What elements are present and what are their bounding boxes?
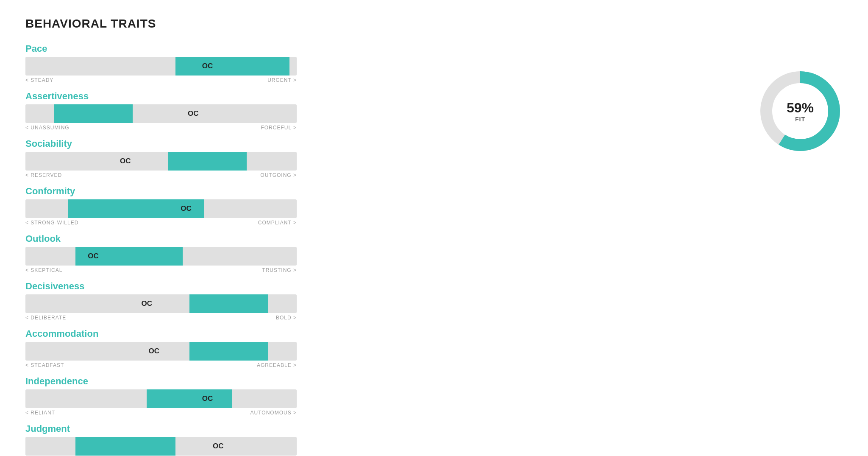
seg-teal-s1 [168, 152, 247, 171]
right-label-sociability: OUTGOING > [260, 172, 297, 178]
seg-gray-d2 [175, 294, 190, 313]
left-label-pace: < STEADY [25, 77, 53, 83]
left-label-independence: < RELIANT [25, 410, 55, 416]
seg-gray-s2 [154, 152, 168, 171]
trait-name-judgment: Judgment [25, 423, 732, 434]
bar-pace: OC [25, 57, 297, 76]
bar-sociability: OC [25, 152, 297, 171]
bar-labels-conformity: < STRONG-WILLED COMPLIANT > [25, 220, 297, 226]
seg-oc-sociability: OC [97, 152, 154, 171]
right-label-assertiveness: FORCEFUL > [261, 125, 297, 131]
trait-row-sociability: Sociability OC < RESERVED OUTGOING > [25, 138, 732, 178]
seg-gray-o1 [25, 247, 75, 266]
trait-row-pace: Pace OC < STEADY URGENT > [25, 43, 732, 83]
seg-oc-conformity: OC [168, 199, 204, 218]
seg-gray-i1 [25, 389, 147, 408]
seg-gray-j2 [175, 437, 190, 456]
bar-labels-pace: < STEADY URGENT > [25, 77, 297, 83]
bar-labels-outlook: < SKEPTICAL TRUSTING > [25, 267, 297, 273]
left-label-sociability: < RESERVED [25, 172, 62, 178]
seg-oc-independence: OC [183, 389, 233, 408]
seg-gray-end-pace [289, 57, 297, 76]
bar-accommodation: OC [25, 342, 297, 361]
seg-gray-i2 [232, 389, 297, 408]
left-label-outlook: < SKEPTICAL [25, 267, 62, 273]
left-label-assertiveness: < UNASSUMING [25, 125, 70, 131]
bar-assertiveness: OC [25, 104, 297, 123]
bar-labels-decisiveness: < DELIBERATE BOLD > [25, 315, 297, 321]
seg-teal-a1 [54, 104, 132, 123]
donut-chart: 59% FIT [758, 69, 843, 154]
trait-row-assertiveness: Assertiveness OC < UNASSUMING FORCEFUL > [25, 91, 732, 131]
seg-oc-assertiveness: OC [154, 104, 232, 123]
bar-labels-independence: < RELIANT AUTONOMOUS > [25, 410, 297, 416]
trait-name-conformity: Conformity [25, 186, 732, 197]
traits-section: Pace OC < STEADY URGENT > Assertiveness … [25, 43, 732, 456]
trait-name-assertiveness: Assertiveness [25, 91, 732, 102]
seg-teal-i1 [147, 389, 182, 408]
donut-center: 59% FIT [787, 100, 814, 123]
bar-independence: OC [25, 389, 297, 408]
seg-gray-s3 [247, 152, 297, 171]
seg-gray-j3 [247, 437, 297, 456]
seg-gray-j1 [25, 437, 75, 456]
bar-labels-sociability: < RESERVED OUTGOING > [25, 172, 297, 178]
trait-name-outlook: Outlook [25, 233, 732, 244]
right-label-outlook: TRUSTING > [262, 267, 297, 273]
seg-gray-o2 [183, 247, 297, 266]
seg-teal-ac1 [189, 342, 268, 361]
trait-row-accommodation: Accommodation OC < STEADFAST AGREEABLE > [25, 328, 732, 368]
seg-gray-c2 [204, 199, 297, 218]
bar-conformity: OC [25, 199, 297, 218]
trait-name-sociability: Sociability [25, 138, 732, 149]
right-label-conformity: COMPLIANT > [258, 220, 297, 226]
trait-name-decisiveness: Decisiveness [25, 281, 732, 292]
donut-label: FIT [787, 116, 814, 123]
right-label-independence: AUTONOMOUS > [250, 410, 297, 416]
bar-labels-assertiveness: < UNASSUMING FORCEFUL > [25, 125, 297, 131]
seg-oc-judgment: OC [189, 437, 247, 456]
left-label-decisiveness: < DELIBERATE [25, 315, 66, 321]
bar-decisiveness: OC [25, 294, 297, 313]
seg-gray-d3 [268, 294, 297, 313]
trait-row-conformity: Conformity OC < STRONG-WILLED COMPLIANT … [25, 186, 732, 226]
trait-name-independence: Independence [25, 376, 732, 387]
trait-name-pace: Pace [25, 43, 732, 54]
right-label-pace: URGENT > [267, 77, 297, 83]
seg-teal-o1 [111, 247, 182, 266]
seg-teal-j1 [75, 437, 175, 456]
trait-row-independence: Independence OC < RELIANT AUTONOMOUS > [25, 376, 732, 416]
seg-oc-decisiveness: OC [118, 294, 175, 313]
left-label-accommodation: < STEADFAST [25, 362, 64, 368]
right-label-decisiveness: BOLD > [276, 315, 297, 321]
bar-outlook: OC [25, 247, 297, 266]
right-label-accommodation: AGREEABLE > [257, 362, 297, 368]
seg-gray-d1 [25, 294, 118, 313]
seg-oc-accommodation: OC [125, 342, 183, 361]
seg-gray-a3 [232, 104, 297, 123]
fit-section: 59% FIT [758, 43, 843, 154]
seg-teal-d1 [189, 294, 268, 313]
bar-labels-accommodation: < STEADFAST AGREEABLE > [25, 362, 297, 368]
trait-name-accommodation: Accommodation [25, 328, 732, 339]
seg-gray [25, 57, 175, 76]
main-layout: Pace OC < STEADY URGENT > Assertiveness … [25, 43, 843, 456]
donut-percent: 59% [787, 100, 814, 116]
seg-gray-a2 [133, 104, 154, 123]
left-label-conformity: < STRONG-WILLED [25, 220, 78, 226]
seg-gray-s1 [25, 152, 97, 171]
trait-row-judgment: Judgment OC < INTUITIVE FACTUAL > [25, 423, 732, 456]
seg-gray-ac1 [25, 342, 125, 361]
seg-gray-a1 [25, 104, 54, 123]
seg-teal-pace [239, 57, 289, 76]
seg-gray-c1 [25, 199, 68, 218]
bar-judgment: OC [25, 437, 297, 456]
seg-gray-ac2 [183, 342, 190, 361]
trait-row-decisiveness: Decisiveness OC < DELIBERATE BOLD > [25, 281, 732, 321]
trait-row-outlook: Outlook OC < SKEPTICAL TRUSTING > [25, 233, 732, 273]
seg-oc-pace: OC [175, 57, 240, 76]
seg-teal-c1 [68, 199, 168, 218]
page-title: BEHAVIORAL TRAITS [25, 17, 843, 31]
seg-gray-ac3 [268, 342, 297, 361]
seg-oc-outlook: OC [75, 247, 111, 266]
